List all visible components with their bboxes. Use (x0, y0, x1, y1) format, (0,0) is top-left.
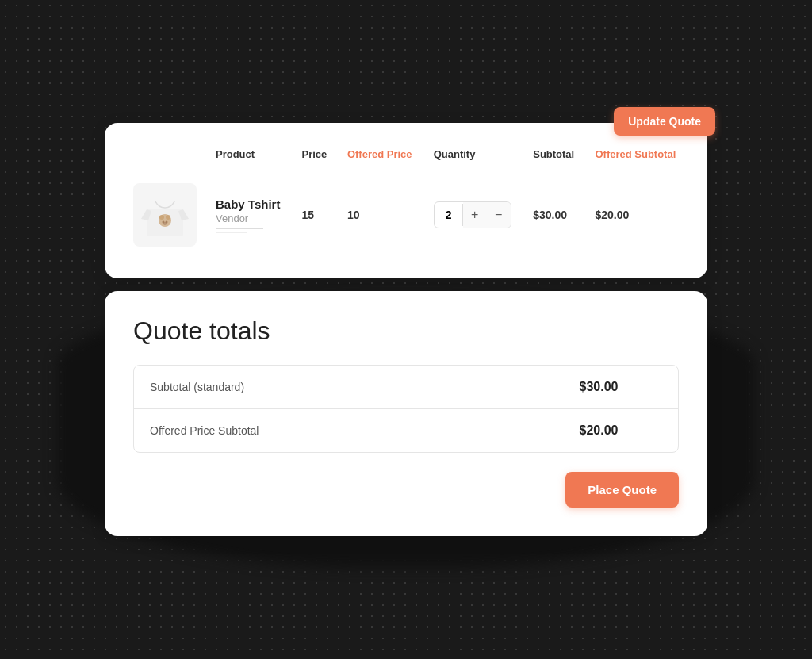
col-offered-price: Offered Price (338, 142, 424, 170)
col-quantity: Quantity (424, 142, 524, 170)
vendor-line2 (216, 232, 247, 233)
quantity-stepper[interactable]: + − (434, 201, 511, 228)
vendor-line (216, 228, 263, 229)
col-subtotal: Subtotal (523, 142, 585, 170)
subtotal-standard-label: Subtotal (standard) (134, 366, 519, 408)
product-image (133, 183, 197, 247)
totals-row-subtotal: Subtotal (standard) $30.00 (134, 366, 678, 409)
table-row: Baby Tshirt Vendor 15 10 + − $ (124, 170, 688, 260)
update-quote-button[interactable]: Update Quote (614, 107, 715, 136)
product-name-cell: Baby Tshirt Vendor (206, 170, 292, 260)
col-price: Price (292, 142, 337, 170)
quantity-increment-button[interactable]: + (463, 202, 487, 228)
col-offered-subtotal: Offered Subtotal (585, 142, 688, 170)
totals-table: Subtotal (standard) $30.00 Offered Price… (133, 365, 679, 453)
col-product: Product (206, 142, 292, 170)
offered-price-cell: 10 (338, 170, 424, 260)
place-quote-button[interactable]: Place Quote (565, 472, 679, 508)
product-name: Baby Tshirt (216, 197, 282, 211)
product-card: Update Quote Product Price Offered Price… (105, 123, 707, 278)
offered-subtotal-cell: $20.00 (585, 170, 688, 260)
quantity-cell: + − (424, 170, 524, 260)
subtotal-cell: $30.00 (523, 170, 585, 260)
svg-point-6 (163, 222, 167, 225)
price-cell: 15 (292, 170, 337, 260)
col-product-image (124, 142, 206, 170)
offered-price-subtotal-value: $20.00 (519, 409, 678, 452)
svg-point-2 (159, 215, 164, 220)
totals-row-offered: Offered Price Subtotal $20.00 (134, 409, 678, 452)
product-image-cell (124, 170, 206, 260)
quote-totals-title: Quote totals (133, 316, 679, 346)
svg-point-3 (166, 215, 170, 220)
quantity-input[interactable] (435, 204, 463, 226)
product-table: Product Price Offered Price Quantity Sub… (124, 142, 688, 259)
product-vendor: Vendor (216, 213, 282, 224)
quote-totals-card: Quote totals Subtotal (standard) $30.00 … (105, 291, 707, 536)
quantity-decrement-button[interactable]: − (487, 202, 511, 228)
offered-price-subtotal-label: Offered Price Subtotal (134, 410, 519, 451)
tshirt-svg (137, 187, 193, 243)
subtotal-standard-value: $30.00 (519, 366, 678, 408)
